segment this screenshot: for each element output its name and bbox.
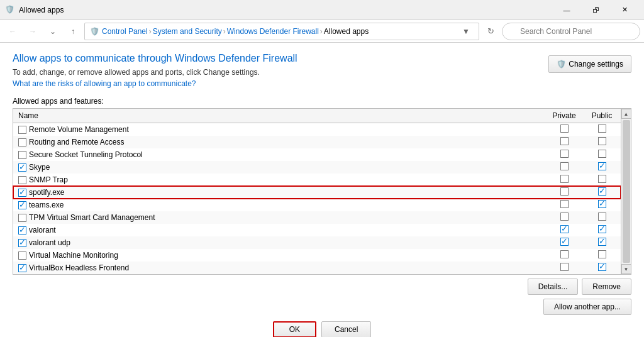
refresh-button[interactable]: ↻ bbox=[482, 23, 499, 40]
table-row[interactable]: Virtual Machine Monitoring bbox=[13, 249, 621, 262]
app-name-checkbox[interactable]: ✓ bbox=[18, 226, 26, 235]
table-row[interactable]: ✓Skype✓ bbox=[13, 161, 621, 174]
breadcrumb-part1[interactable]: Control Panel bbox=[102, 27, 148, 36]
app-private-cell[interactable] bbox=[545, 249, 583, 262]
dropdown-button[interactable]: ⌄ bbox=[44, 23, 62, 40]
app-private-cell[interactable] bbox=[545, 161, 583, 174]
close-button[interactable]: ✕ bbox=[610, 0, 639, 20]
app-private-cell[interactable]: ✓ bbox=[545, 224, 583, 236]
app-public-cell[interactable]: ✓ bbox=[583, 199, 621, 211]
public-checkbox[interactable]: ✓ bbox=[598, 200, 606, 208]
table-row[interactable]: ✓spotify.exe✓ bbox=[13, 186, 621, 199]
app-name-checkbox[interactable]: ✓ bbox=[18, 201, 26, 209]
address-dropdown-icon[interactable]: ▼ bbox=[458, 26, 474, 37]
app-public-cell[interactable] bbox=[583, 211, 621, 224]
app-public-cell[interactable]: ✓ bbox=[583, 224, 621, 236]
app-name-checkbox[interactable]: ✓ bbox=[18, 239, 26, 247]
private-checkbox[interactable] bbox=[560, 250, 569, 258]
public-checkbox[interactable] bbox=[598, 213, 606, 221]
public-checkbox[interactable]: ✓ bbox=[598, 162, 606, 170]
private-checkbox[interactable] bbox=[560, 187, 569, 196]
public-checkbox[interactable] bbox=[598, 250, 606, 258]
help-link[interactable]: What are the risks of allowing an app to… bbox=[13, 79, 196, 88]
table-row[interactable]: SNMP Trap bbox=[13, 174, 621, 186]
app-public-cell[interactable] bbox=[583, 123, 621, 136]
table-row[interactable]: ✓VirtualBox Headless Frontend✓ bbox=[13, 262, 621, 274]
public-checkbox[interactable]: ✓ bbox=[598, 225, 606, 233]
app-private-cell[interactable] bbox=[545, 262, 583, 274]
table-row[interactable]: TPM Virtual Smart Card Management bbox=[13, 211, 621, 224]
app-name-checkbox[interactable]: ✓ bbox=[18, 189, 26, 197]
public-checkbox[interactable]: ✓ bbox=[598, 187, 606, 196]
scrollbar[interactable]: ▲ ▼ bbox=[621, 109, 631, 274]
app-private-cell[interactable] bbox=[545, 174, 583, 186]
app-name-checkbox[interactable]: ✓ bbox=[18, 264, 26, 272]
remove-button[interactable]: Remove bbox=[582, 279, 631, 295]
app-name-checkbox[interactable] bbox=[18, 176, 26, 184]
app-private-cell[interactable]: ✓ bbox=[545, 236, 583, 249]
up-button[interactable]: ↑ bbox=[64, 23, 82, 40]
private-checkbox[interactable] bbox=[560, 150, 569, 158]
public-checkbox[interactable] bbox=[598, 124, 606, 133]
app-public-cell[interactable]: ✓ bbox=[583, 236, 621, 249]
window-controls: — 🗗 ✕ bbox=[552, 0, 639, 20]
forward-button[interactable]: → bbox=[24, 23, 42, 40]
table-row[interactable]: Remote Volume Management bbox=[13, 123, 621, 136]
table-row[interactable]: ✓valorant udp✓✓ bbox=[13, 236, 621, 249]
scroll-up-button[interactable]: ▲ bbox=[621, 109, 631, 119]
table-row[interactable]: Secure Socket Tunneling Protocol bbox=[13, 148, 621, 161]
scroll-thumb[interactable] bbox=[623, 120, 630, 263]
private-checkbox[interactable] bbox=[560, 137, 569, 145]
app-private-cell[interactable] bbox=[545, 136, 583, 148]
minimize-button[interactable]: — bbox=[552, 0, 581, 20]
maximize-button[interactable]: 🗗 bbox=[581, 0, 610, 20]
ok-button[interactable]: OK bbox=[273, 321, 316, 337]
app-name-checkbox[interactable] bbox=[18, 138, 26, 146]
app-name-checkbox[interactable] bbox=[18, 214, 26, 222]
search-input[interactable] bbox=[502, 23, 640, 40]
app-public-cell[interactable] bbox=[583, 136, 621, 148]
private-checkbox[interactable] bbox=[560, 200, 569, 208]
breadcrumb-part2[interactable]: System and Security bbox=[153, 27, 222, 36]
public-checkbox[interactable]: ✓ bbox=[598, 263, 606, 271]
app-private-cell[interactable] bbox=[545, 211, 583, 224]
change-settings-button[interactable]: 🛡️ Change settings bbox=[548, 55, 631, 73]
back-button[interactable]: ← bbox=[4, 23, 21, 40]
public-checkbox[interactable] bbox=[598, 175, 606, 183]
app-name-checkbox[interactable]: ✓ bbox=[18, 163, 26, 172]
app-public-cell[interactable] bbox=[583, 249, 621, 262]
app-name-label: valorant udp bbox=[29, 238, 70, 247]
app-public-cell[interactable] bbox=[583, 174, 621, 186]
table-row[interactable]: ✓valorant✓✓ bbox=[13, 224, 621, 236]
app-private-cell[interactable] bbox=[545, 148, 583, 161]
table-row[interactable]: ✓teams.exe✓ bbox=[13, 199, 621, 211]
public-checkbox[interactable]: ✓ bbox=[598, 238, 606, 246]
details-button[interactable]: Details... bbox=[528, 279, 579, 295]
private-checkbox[interactable] bbox=[560, 213, 569, 221]
app-private-cell[interactable] bbox=[545, 123, 583, 136]
private-checkbox[interactable] bbox=[560, 263, 569, 271]
private-checkbox[interactable]: ✓ bbox=[560, 225, 569, 233]
private-checkbox[interactable] bbox=[560, 124, 569, 133]
app-name-cell: ✓VirtualBox Headless Frontend bbox=[13, 262, 545, 274]
private-checkbox[interactable]: ✓ bbox=[560, 238, 569, 246]
scroll-down-button[interactable]: ▼ bbox=[621, 264, 631, 274]
private-checkbox[interactable] bbox=[560, 162, 569, 170]
public-checkbox[interactable] bbox=[598, 137, 606, 145]
app-name-checkbox[interactable] bbox=[18, 126, 26, 134]
table-row[interactable]: Routing and Remote Access bbox=[13, 136, 621, 148]
app-public-cell[interactable]: ✓ bbox=[583, 262, 621, 274]
app-public-cell[interactable]: ✓ bbox=[583, 186, 621, 199]
app-public-cell[interactable] bbox=[583, 148, 621, 161]
cancel-button[interactable]: Cancel bbox=[321, 321, 371, 337]
address-path[interactable]: 🛡️ Control Panel › System and Security ›… bbox=[84, 23, 479, 40]
app-name-checkbox[interactable] bbox=[18, 151, 26, 159]
allow-another-button[interactable]: Allow another app... bbox=[543, 299, 631, 315]
app-private-cell[interactable] bbox=[545, 186, 583, 199]
private-checkbox[interactable] bbox=[560, 175, 569, 183]
public-checkbox[interactable] bbox=[598, 150, 606, 158]
app-public-cell[interactable]: ✓ bbox=[583, 161, 621, 174]
app-private-cell[interactable] bbox=[545, 199, 583, 211]
breadcrumb-part3[interactable]: Windows Defender Firewall bbox=[227, 27, 319, 36]
app-name-checkbox[interactable] bbox=[18, 251, 26, 260]
